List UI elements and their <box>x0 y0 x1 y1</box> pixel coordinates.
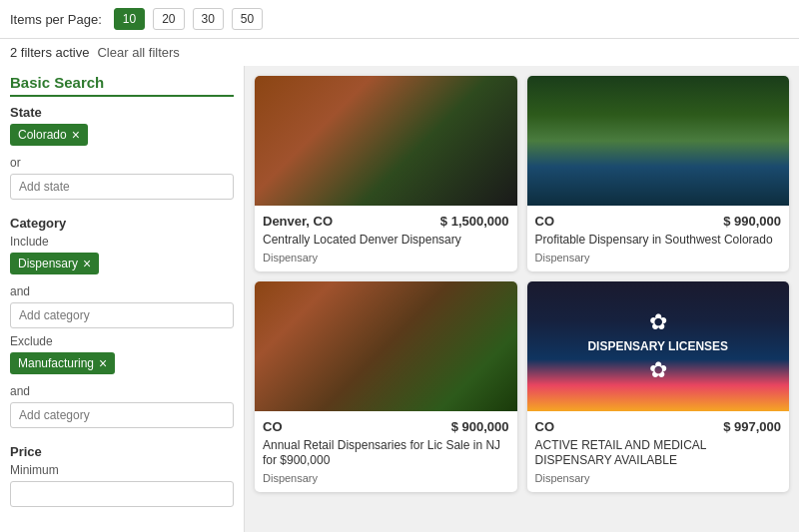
main-layout: Basic Search State Colorado × or Categor… <box>0 66 799 532</box>
listing-title-3: Annual Retail Dispensaries for Lic Sale … <box>263 438 509 469</box>
listing-card-4[interactable]: ✿ DISPENSARY LICENSES ✿ CO $ 997,000 ACT… <box>527 281 790 492</box>
state-filter-label: State <box>10 105 234 120</box>
state-filter-section: State Colorado × or <box>10 105 234 206</box>
category-filter-label: Category <box>10 216 234 231</box>
listing-image-4: ✿ DISPENSARY LICENSES ✿ <box>527 281 790 411</box>
add-exclude-category-input[interactable] <box>10 402 234 428</box>
listing-info-1: Denver, CO $ 1,500,000 Centrally Located… <box>255 206 517 271</box>
clear-all-filters-link[interactable]: Clear all filters <box>97 45 179 60</box>
listing-category-1: Dispensary <box>263 252 509 264</box>
manufacturing-exclude-tag: Manufacturing × <box>10 352 115 374</box>
per-page-50-button[interactable]: 50 <box>232 8 263 30</box>
state-or-label: or <box>10 156 234 170</box>
category-filter-section: Category Include Dispensary × and Exclud… <box>10 216 234 434</box>
listing-info-3: CO $ 900,000 Annual Retail Dispensaries … <box>255 411 517 492</box>
listings-grid: Denver, CO $ 1,500,000 Centrally Located… <box>255 76 789 492</box>
listing-title-1: Centrally Located Denver Dispensary <box>263 233 509 249</box>
listing-location-price-2: CO $ 990,000 <box>535 214 782 229</box>
listing-location-price-1: Denver, CO $ 1,500,000 <box>263 214 509 229</box>
per-page-30-button[interactable]: 30 <box>193 8 224 30</box>
exclude-sublabel: Exclude <box>10 334 234 348</box>
listing-category-3: Dispensary <box>263 472 509 484</box>
price-filter-label: Price <box>10 444 234 459</box>
listing-location-4: CO <box>535 419 555 434</box>
top-bar: Items per Page: 10 20 30 50 <box>0 0 799 39</box>
listing-price-2: $ 990,000 <box>723 214 781 229</box>
remove-dispensary-tag-button[interactable]: × <box>83 257 91 270</box>
listing-info-4: CO $ 997,000 ACTIVE RETAIL AND MEDICAL D… <box>527 411 790 492</box>
active-filters-count: 2 filters active <box>10 45 89 60</box>
listing-info-2: CO $ 990,000 Profitable Dispensary in So… <box>527 206 790 271</box>
dispensary-include-tag: Dispensary × <box>10 253 99 274</box>
include-sublabel: Include <box>10 235 234 249</box>
filters-info-bar: 2 filters active Clear all filters <box>0 39 799 66</box>
listing-image-1 <box>255 76 517 206</box>
listing-card-2[interactable]: CO $ 990,000 Profitable Dispensary in So… <box>527 76 790 271</box>
listing-location-price-4: CO $ 997,000 <box>535 419 782 434</box>
per-page-20-button[interactable]: 20 <box>153 8 184 30</box>
remove-colorado-tag-button[interactable]: × <box>72 128 80 142</box>
listing-image-3 <box>255 281 517 411</box>
minimum-label: Minimum <box>10 463 234 477</box>
add-include-category-input[interactable] <box>10 302 234 328</box>
remove-manufacturing-tag-button[interactable]: × <box>99 356 107 370</box>
listing-location-1: Denver, CO <box>263 214 333 229</box>
price-filter-section: Price Minimum <box>10 444 234 513</box>
listing-price-1: $ 1,500,000 <box>440 214 509 229</box>
sidebar: Basic Search State Colorado × or Categor… <box>0 66 245 532</box>
listing-location-2: CO <box>535 214 555 229</box>
listing-location-3: CO <box>263 419 283 434</box>
listing-card-3[interactable]: CO $ 900,000 Annual Retail Dispensaries … <box>255 281 517 492</box>
listing-title-2: Profitable Dispensary in Southwest Color… <box>535 233 782 249</box>
include-and-label: and <box>10 284 234 298</box>
per-page-10-button[interactable]: 10 <box>114 8 145 30</box>
exclude-and-label: and <box>10 384 234 398</box>
listing-price-3: $ 900,000 <box>451 419 509 434</box>
listing-title-4: ACTIVE RETAIL AND MEDICAL DISPENSARY AVA… <box>535 438 782 469</box>
listing-price-4: $ 997,000 <box>723 419 781 434</box>
listing-image-2 <box>527 76 790 206</box>
listing-category-4: Dispensary <box>535 472 782 484</box>
listing-category-2: Dispensary <box>535 252 782 264</box>
colorado-state-tag: Colorado × <box>10 124 88 146</box>
add-state-input[interactable] <box>10 174 234 200</box>
listing-location-price-3: CO $ 900,000 <box>263 419 509 434</box>
listing-card-1[interactable]: Denver, CO $ 1,500,000 Centrally Located… <box>255 76 517 271</box>
dispensary-tag-label: Dispensary <box>18 257 78 270</box>
items-per-page-label: Items per Page: <box>10 12 102 27</box>
state-tag-label: Colorado <box>18 128 67 142</box>
main-content: Denver, CO $ 1,500,000 Centrally Located… <box>245 66 799 532</box>
manufacturing-tag-label: Manufacturing <box>18 356 94 370</box>
minimum-price-input[interactable] <box>10 481 234 507</box>
basic-search-title: Basic Search <box>10 74 234 97</box>
